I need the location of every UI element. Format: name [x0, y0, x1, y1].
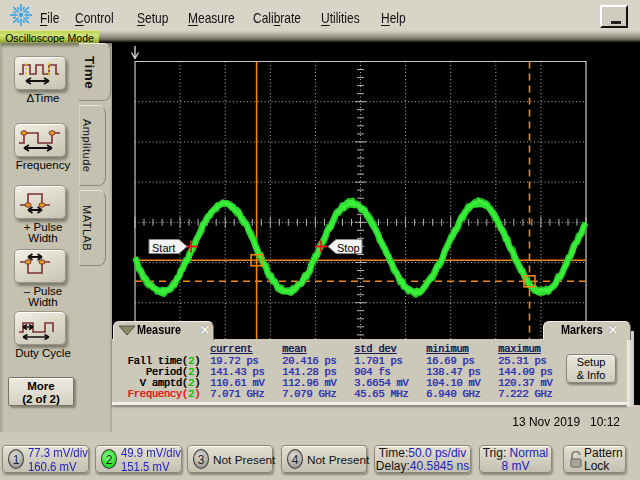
svg-text:Start: Start [152, 242, 175, 254]
svg-text:Stop: Stop [337, 242, 360, 254]
